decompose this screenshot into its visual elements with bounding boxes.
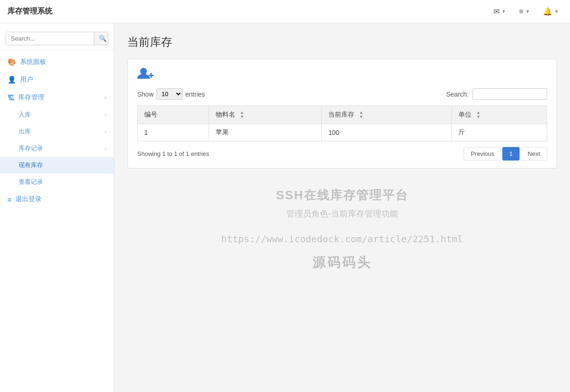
- show-entries-control: Show 10 25 50 100 entries: [137, 88, 205, 100]
- watermark-line2: 管理员角色-当前库存管理功能: [127, 208, 557, 219]
- email-icon: ✉: [493, 7, 500, 16]
- search-icon: 🔍: [99, 35, 107, 42]
- bell-caret: ▼: [554, 9, 559, 14]
- sidebar-label-outbound: 出库: [19, 127, 102, 136]
- showing-text: Showing 1 to 1 of 1 entries: [137, 150, 209, 157]
- col-name-label: 物料名: [216, 111, 235, 118]
- navbar: 库存管理系统 ✉ ▼ ≡ ▼ 🔔 ▼: [0, 0, 570, 23]
- svg-point-0: [140, 68, 147, 74]
- watermark-source: 源码码头: [127, 254, 557, 272]
- cell-name: 苹果: [209, 124, 322, 141]
- col-header-name[interactable]: 物料名 ▲▼: [209, 106, 322, 124]
- add-inventory-button[interactable]: [137, 67, 154, 81]
- entries-label: entries: [185, 91, 205, 98]
- records-arrow-icon: ‹: [105, 146, 106, 151]
- previous-button[interactable]: Previous: [464, 147, 501, 161]
- sidebar-item-logout[interactable]: ≡ 退出登录: [0, 190, 114, 208]
- watermark: SSH在线库存管理平台 管理员角色-当前库存管理功能 https://www.i…: [127, 187, 557, 272]
- sidebar: 🔍 🎨 系统面板 👤 用户 🏗 库存管理 ‹ 入库 ‹ 出库 ‹ 库存记录: [0, 23, 114, 392]
- bell-menu-btn[interactable]: 🔔 ▼: [539, 5, 563, 18]
- cell-unit: 斤: [452, 124, 547, 141]
- col-header-stock[interactable]: 当前库存 ▲▼: [322, 106, 452, 124]
- watermark-line1: SSH在线库存管理平台: [127, 187, 557, 203]
- sidebar-label-records: 库存记录: [19, 144, 102, 153]
- search-button[interactable]: 🔍: [94, 32, 108, 45]
- email-menu-btn[interactable]: ✉ ▼: [490, 5, 510, 18]
- logout-icon: ≡: [7, 196, 12, 203]
- grid-icon: ≡: [519, 7, 523, 16]
- sidebar-item-inventory[interactable]: 🏗 库存管理 ‹: [0, 89, 114, 106]
- inventory-arrow-icon: ‹: [105, 94, 106, 101]
- table-controls-top: Show 10 25 50 100 entries Search:: [137, 88, 547, 100]
- table-row: 1 苹果 100 斤: [138, 124, 547, 141]
- sidebar-item-users[interactable]: 👤 用户: [0, 71, 114, 89]
- sidebar-label-users: 用户: [20, 76, 106, 84]
- pagination: Previous 1 Next: [464, 147, 547, 161]
- col-unit-label: 单位: [458, 111, 471, 118]
- navbar-right: ✉ ▼ ≡ ▼ 🔔 ▼: [490, 5, 563, 18]
- page-1-button[interactable]: 1: [502, 147, 520, 161]
- stock-sort-icon: ▲▼: [359, 111, 363, 119]
- next-button[interactable]: Next: [521, 147, 547, 161]
- search-input[interactable]: [6, 32, 94, 45]
- table-header: 编号 物料名 ▲▼ 当前库存 ▲▼: [138, 106, 547, 124]
- search-label: Search:: [446, 91, 469, 98]
- sidebar-label-inbound: 入库: [19, 111, 102, 119]
- grid-menu-btn[interactable]: ≡ ▼: [515, 6, 534, 18]
- cell-stock: 100: [322, 124, 452, 141]
- show-label: Show: [137, 91, 154, 98]
- sidebar-label-view-records: 查看记录: [19, 178, 106, 186]
- inventory-card: Show 10 25 50 100 entries Search:: [127, 59, 557, 168]
- dashboard-icon: 🎨: [7, 58, 16, 66]
- layout: 🔍 🎨 系统面板 👤 用户 🏗 库存管理 ‹ 入库 ‹ 出库 ‹ 库存记录: [0, 23, 570, 392]
- sidebar-subitem-inbound[interactable]: 入库 ‹: [0, 106, 114, 123]
- col-id-label: 编号: [144, 111, 157, 118]
- sidebar-item-dashboard[interactable]: 🎨 系统面板: [0, 53, 114, 71]
- inventory-table: 编号 物料名 ▲▼ 当前库存 ▲▼: [137, 105, 547, 141]
- table-search-input[interactable]: [472, 88, 547, 100]
- sidebar-label-dashboard: 系统面板: [20, 58, 106, 66]
- add-user-icon: [137, 67, 154, 81]
- col-header-unit[interactable]: 单位 ▲▼: [452, 106, 547, 124]
- table-body: 1 苹果 100 斤: [138, 124, 547, 141]
- sidebar-subitem-current-stock[interactable]: 现有库存: [0, 157, 114, 174]
- sidebar-subitem-outbound[interactable]: 出库 ‹: [0, 123, 114, 140]
- cell-id: 1: [138, 124, 209, 141]
- bell-icon: 🔔: [543, 7, 552, 16]
- sidebar-subitem-records[interactable]: 库存记录 ‹: [0, 140, 114, 157]
- watermark-url: https://www.icodedock.com/article/2251.h…: [127, 233, 557, 245]
- entries-select[interactable]: 10 25 50 100: [156, 88, 183, 100]
- table-search-box: Search:: [446, 88, 547, 100]
- table-footer: Showing 1 to 1 of 1 entries Previous 1 N…: [137, 147, 547, 161]
- app-brand: 库存管理系统: [7, 7, 52, 16]
- outbound-arrow-icon: ‹: [105, 129, 106, 134]
- sidebar-subitem-view-records[interactable]: 查看记录: [0, 174, 114, 190]
- users-icon: 👤: [7, 76, 16, 84]
- col-header-id: 编号: [138, 106, 209, 124]
- inbound-arrow-icon: ‹: [105, 112, 106, 118]
- main-content: 当前库存 Show 10 25 50: [114, 23, 570, 392]
- sidebar-label-logout: 退出登录: [15, 195, 106, 203]
- inventory-icon: 🏗: [7, 94, 14, 102]
- unit-sort-icon: ▲▼: [476, 111, 480, 119]
- name-sort-icon: ▲▼: [240, 111, 244, 119]
- sidebar-label-inventory: 库存管理: [18, 93, 101, 102]
- email-caret: ▼: [501, 9, 506, 14]
- sidebar-label-current-stock: 现有库存: [19, 161, 106, 169]
- page-title: 当前库存: [127, 35, 557, 49]
- sidebar-search-inner: 🔍: [6, 32, 108, 45]
- grid-caret: ▼: [525, 9, 530, 14]
- col-stock-label: 当前库存: [328, 111, 354, 118]
- sidebar-search-container: 🔍: [0, 28, 114, 49]
